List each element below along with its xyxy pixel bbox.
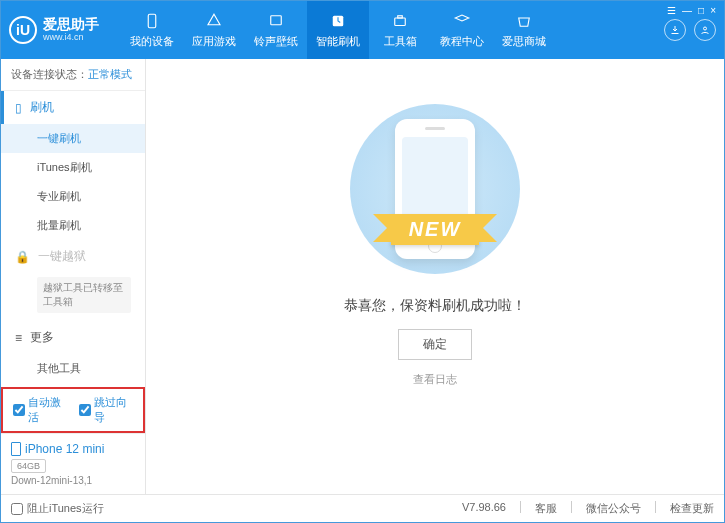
svg-rect-3 xyxy=(395,18,406,26)
app-name: 爱思助手 xyxy=(43,17,99,32)
view-log-link[interactable]: 查看日志 xyxy=(413,372,457,387)
sidebar-item-batch[interactable]: 批量刷机 xyxy=(1,211,145,240)
sidebar-checks: 自动激活 跳过向导 xyxy=(1,387,145,433)
svg-point-5 xyxy=(704,27,707,30)
sidebar-group-jailbreak: 🔒一键越狱 xyxy=(1,240,145,273)
nav-tutorial[interactable]: 教程中心 xyxy=(431,1,493,59)
flash-icon xyxy=(328,11,348,31)
menu-icon[interactable]: ☰ xyxy=(667,5,676,16)
connection-status: 设备连接状态：正常模式 xyxy=(1,59,145,91)
block-itunes-check[interactable]: 阻止iTunes运行 xyxy=(11,501,104,516)
more-icon: ≡ xyxy=(15,331,22,345)
sidebar-item-other[interactable]: 其他工具 xyxy=(1,354,145,383)
confirm-button[interactable]: 确定 xyxy=(398,329,472,360)
success-message: 恭喜您，保资料刷机成功啦！ xyxy=(344,297,526,315)
new-ribbon: NEW xyxy=(391,214,480,245)
sidebar-item-oneclick[interactable]: 一键刷机 xyxy=(1,124,145,153)
main-content: NEW 恭喜您，保资料刷机成功啦！ 确定 查看日志 xyxy=(146,59,724,494)
apps-icon xyxy=(204,11,224,31)
user-icon[interactable] xyxy=(694,19,716,41)
tools-icon xyxy=(390,11,410,31)
success-illustration: NEW xyxy=(345,99,525,279)
svg-rect-4 xyxy=(398,16,403,18)
device-panel[interactable]: iPhone 12 mini 64GB Down-12mini-13,1 xyxy=(1,433,145,494)
device-icon xyxy=(142,11,162,31)
device-storage: 64GB xyxy=(11,459,46,473)
nav-my-device[interactable]: 我的设备 xyxy=(121,1,183,59)
update-link[interactable]: 检查更新 xyxy=(670,501,714,516)
nav-ringtone[interactable]: 铃声壁纸 xyxy=(245,1,307,59)
ringtone-icon xyxy=(266,11,286,31)
sidebar: 设备连接状态：正常模式 ▯刷机 一键刷机 iTunes刷机 专业刷机 批量刷机 … xyxy=(1,59,146,494)
nav-store[interactable]: 爱思商城 xyxy=(493,1,555,59)
sidebar-list: ▯刷机 一键刷机 iTunes刷机 专业刷机 批量刷机 🔒一键越狱 越狱工具已转… xyxy=(1,91,145,387)
wechat-link[interactable]: 微信公众号 xyxy=(586,501,641,516)
jailbreak-note: 越狱工具已转移至工具箱 xyxy=(37,277,131,313)
body: 设备连接状态：正常模式 ▯刷机 一键刷机 iTunes刷机 专业刷机 批量刷机 … xyxy=(1,59,724,494)
app-window: ☰ — □ × iU 爱思助手 www.i4.cn 我的设备 应用游戏 铃声壁纸… xyxy=(0,0,725,523)
svg-rect-1 xyxy=(271,16,282,25)
download-icon[interactable] xyxy=(664,19,686,41)
svg-rect-0 xyxy=(148,14,156,28)
maximize-button[interactable]: □ xyxy=(698,5,704,16)
main-nav: 我的设备 应用游戏 铃声壁纸 智能刷机 工具箱 教程中心 爱思商城 xyxy=(121,1,664,59)
check-auto-activate[interactable]: 自动激活 xyxy=(13,395,67,425)
device-name: iPhone 12 mini xyxy=(11,442,135,456)
close-button[interactable]: × xyxy=(710,5,716,16)
version-label: V7.98.66 xyxy=(462,501,506,516)
sidebar-item-itunes[interactable]: iTunes刷机 xyxy=(1,153,145,182)
lock-icon: 🔒 xyxy=(15,250,30,264)
window-controls-top: ☰ — □ × xyxy=(667,5,716,16)
store-icon xyxy=(514,11,534,31)
sidebar-item-pro[interactable]: 专业刷机 xyxy=(1,182,145,211)
nav-apps[interactable]: 应用游戏 xyxy=(183,1,245,59)
sidebar-group-flash[interactable]: ▯刷机 xyxy=(1,91,145,124)
nav-flash[interactable]: 智能刷机 xyxy=(307,1,369,59)
logo-icon: iU xyxy=(9,16,37,44)
tutorial-icon xyxy=(452,11,472,31)
sidebar-group-more[interactable]: ≡更多 xyxy=(1,321,145,354)
service-link[interactable]: 客服 xyxy=(535,501,557,516)
check-skip-guide[interactable]: 跳过向导 xyxy=(79,395,133,425)
titlebar: ☰ — □ × iU 爱思助手 www.i4.cn 我的设备 应用游戏 铃声壁纸… xyxy=(1,1,724,59)
device-firmware: Down-12mini-13,1 xyxy=(11,475,135,486)
app-logo: iU 爱思助手 www.i4.cn xyxy=(9,16,99,44)
app-url: www.i4.cn xyxy=(43,33,99,43)
header-actions xyxy=(664,19,716,41)
nav-tools[interactable]: 工具箱 xyxy=(369,1,431,59)
minimize-button[interactable]: — xyxy=(682,5,692,16)
phone-icon: ▯ xyxy=(15,101,22,115)
footer-right: V7.98.66 客服 微信公众号 检查更新 xyxy=(462,501,714,516)
footer: 阻止iTunes运行 V7.98.66 客服 微信公众号 检查更新 xyxy=(1,494,724,522)
